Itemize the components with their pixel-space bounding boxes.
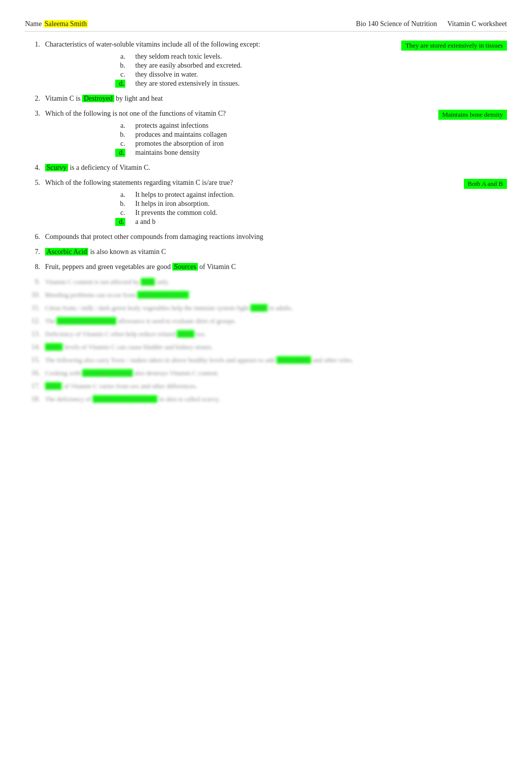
question-3-row: 3. Which of the following is not one of … [25, 110, 507, 120]
q5-opt-a-text: It helps to protect against infection. [135, 191, 234, 199]
q9-num: 9. [25, 278, 40, 286]
q14-num: 14. [25, 343, 40, 351]
q1-option-c: c. they dissolve in water. [115, 71, 507, 79]
question-2: 2. Vitamin C is Destroyed by light and h… [25, 95, 507, 103]
q1-option-b: b. they are easily absorbed and excreted… [115, 62, 507, 70]
worksheet-title: Vitamin C worksheet [447, 20, 507, 28]
q5-answer: Both A and B [464, 179, 507, 189]
page-header: Name Saleema Smith Bio 140 Science of Nu… [25, 20, 507, 32]
q15-text: The following also carry Toxic / makes t… [45, 356, 507, 364]
q15-highlight: antioxidants [277, 356, 312, 364]
q14-text: Toxic levels of Vitamin C can cause blad… [45, 343, 507, 351]
q1-option-d: d. they are stored extensively in tissue… [115, 80, 507, 88]
question-6: 6. Compounds that protect other compound… [25, 233, 507, 241]
q3-option-c: c. promotes the absorption of iron [115, 140, 507, 148]
q13-text: Deficiency of Vitamin C often help reduc… [45, 330, 507, 338]
q1-answer: They are stored extensively in tissues [401, 41, 507, 51]
q5-option-d: d. a and b [115, 218, 507, 226]
q3-option-d: d. maintains bone density [115, 149, 507, 157]
q7-num: 7. [25, 248, 40, 256]
question-16: 16. Cooking with prolonged heating also … [25, 369, 507, 377]
q12-highlight: recommended dietary [57, 317, 116, 325]
q5-option-c: c. It prevents the common cold. [115, 209, 507, 217]
q5-option-b: b. It helps in iron absorption. [115, 200, 507, 208]
q4-num: 4. [25, 164, 40, 172]
q8-num: 8. [25, 263, 40, 271]
q11-text: Citrus fruits / milk / dark green leafy … [45, 304, 507, 312]
q5-opt-c-text: It prevents the common cold. [135, 209, 217, 217]
q16-text: Cooking with prolonged heating also dest… [45, 369, 507, 377]
q5-opt-b-letter: b. [115, 200, 125, 208]
q8-text: Fruit, peppers and green vegetables are … [45, 263, 507, 271]
q7-text: Ascorbic Acid is also known as vitamin C [45, 248, 507, 256]
q3-options: a. protects against infections b. produc… [115, 122, 507, 157]
q11-num: 11. [25, 304, 40, 312]
q7-inline-answer: Ascorbic Acid [45, 248, 88, 255]
question-1: 1. Characteristics of water-soluble vita… [25, 41, 507, 88]
blurred-section: 9. Vitamin C content is not affected by … [25, 278, 507, 403]
question-2-row: 2. Vitamin C is Destroyed by light and h… [25, 95, 507, 103]
q1-opt-c-text: they dissolve in water. [135, 71, 198, 79]
q12-text: The recommended dietary allowance is use… [45, 317, 507, 325]
q1-opt-c-letter: c. [115, 71, 125, 79]
q17-highlight: RDA [45, 382, 62, 390]
q4-inline-answer: Scurvy [45, 164, 68, 171]
header-course: Bio 140 Science of Nutrition Vitamin C w… [356, 20, 507, 28]
q16-num: 16. [25, 369, 40, 377]
question-18: 18. The deficiency of ascorbic acid/vita… [25, 395, 507, 403]
question-8: 8. Fruit, peppers and green vegetables a… [25, 263, 507, 271]
question-12: 12. The recommended dietary allowance is… [25, 317, 507, 325]
q15-num: 15. [25, 356, 40, 364]
q4-text: Scurvy is a deficiency of Vitamin C. [45, 164, 507, 172]
q18-highlight: ascorbic acid/vitamin C [93, 395, 157, 403]
q3-option-a: a. protects against infections [115, 122, 507, 130]
q9-highlight: heat [141, 278, 155, 286]
question-10: 10. Bleeding problems can occur from vit… [25, 291, 507, 299]
question-5: 5. Which of the following statements reg… [25, 179, 507, 226]
q17-text: RDA of Vitamin C varies from sex and oth… [45, 382, 507, 390]
q14-highlight: Toxic [45, 343, 63, 351]
q3-answer: Maintains bone density [438, 110, 507, 120]
q18-num: 18. [25, 395, 40, 403]
q3-opt-d-text: maintains bone density [135, 149, 200, 157]
q5-opt-a-letter: a. [115, 191, 125, 199]
q5-option-a: a. It helps to protect against infection… [115, 191, 507, 199]
student-name: Saleema Smith [44, 20, 88, 28]
q3-opt-b-text: produces and maintains collagen [135, 131, 227, 139]
question-9: 9. Vitamin C content is not affected by … [25, 278, 507, 286]
q11-highlight: colds [250, 304, 267, 312]
q1-opt-b-text: they are easily absorbed and excreted. [135, 62, 242, 70]
q10-highlight: vitamin deficiency [137, 291, 189, 299]
question-7: 7. Ascorbic Acid is also known as vitami… [25, 248, 507, 256]
q1-option-a: a. they seldom reach toxic levels. [115, 53, 507, 61]
course-name: Bio 140 Science of Nutrition [356, 20, 437, 28]
question-1-row: 1. Characteristics of water-soluble vita… [25, 41, 507, 51]
q5-options: a. It helps to protect against infection… [115, 191, 507, 226]
q1-num: 1. [25, 41, 40, 49]
q13-highlight: stress [177, 330, 194, 338]
q1-opt-d-text: they are stored extensively in tissues. [135, 80, 239, 88]
q3-opt-a-letter: a. [115, 122, 125, 130]
q8-inline-answer: Sources [172, 263, 197, 271]
question-15: 15. The following also carry Toxic / mak… [25, 356, 507, 364]
question-4-row: 4. Scurvy is a deficiency of Vitamin C. [25, 164, 507, 172]
q3-opt-b-letter: b. [115, 131, 125, 139]
q5-opt-d-text: a and b [135, 218, 155, 226]
q1-opt-d-letter: d. [115, 80, 125, 88]
question-3: 3. Which of the following is not one of … [25, 110, 507, 157]
q18-text: The deficiency of ascorbic acid/vitamin … [45, 395, 507, 403]
q5-opt-d-letter: d. [115, 218, 125, 226]
q12-num: 12. [25, 317, 40, 325]
q5-opt-c-letter: c. [115, 209, 125, 217]
q5-num: 5. [25, 179, 40, 187]
q3-opt-d-letter: d. [115, 149, 125, 157]
q1-opt-a-text: they seldom reach toxic levels. [135, 53, 222, 61]
q10-num: 10. [25, 291, 40, 299]
q3-num: 3. [25, 110, 40, 118]
q16-highlight: prolonged heating [82, 369, 132, 377]
question-11: 11. Citrus fruits / milk / dark green le… [25, 304, 507, 312]
q5-text: Which of the following statements regard… [45, 179, 459, 187]
q13-num: 13. [25, 330, 40, 338]
q3-opt-c-text: promotes the absorption of iron [135, 140, 224, 148]
question-14: 14. Toxic levels of Vitamin C can cause … [25, 343, 507, 351]
